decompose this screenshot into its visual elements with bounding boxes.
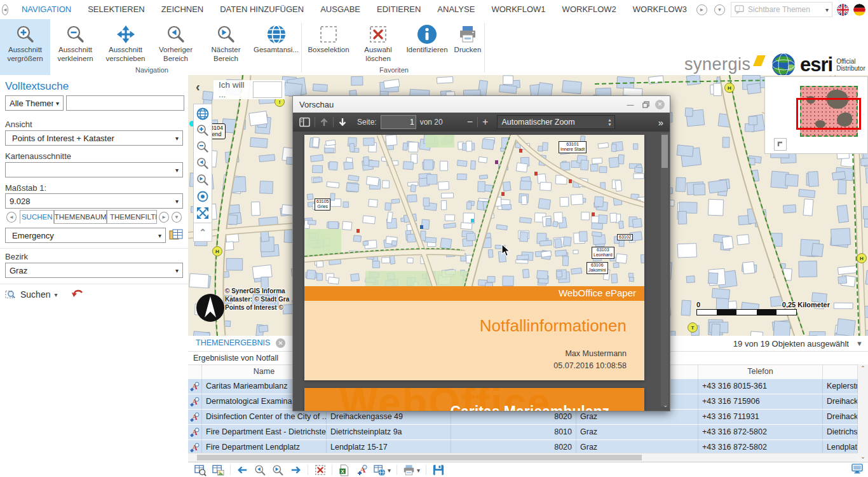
column-telefon[interactable]: Telefon <box>698 365 823 379</box>
save-results-icon[interactable] <box>432 464 444 476</box>
previous-extent-icon[interactable] <box>195 156 210 171</box>
next-extent-button[interactable]: Nächster Bereich <box>201 19 251 65</box>
menu-analyse[interactable]: ANALYSE <box>429 0 483 19</box>
zoom-out-button[interactable]: Ausschnitt verkleinern <box>50 19 100 65</box>
expand-extent-icon[interactable] <box>195 205 210 221</box>
extent-rectangle[interactable] <box>796 98 861 130</box>
print-button[interactable]: Drucken <box>451 19 484 65</box>
next-extent-icon[interactable] <box>195 172 210 188</box>
menu-scroll-right-icon[interactable]: ► <box>696 4 707 15</box>
sidebar-collapse-icon[interactable]: ‹ <box>196 81 200 92</box>
menu-selektieren[interactable]: SELEKTIEREN <box>79 0 153 19</box>
identify-icon <box>416 24 438 45</box>
theme-scope-select[interactable]: Alle Themen▾ <box>5 95 64 111</box>
page-up-icon[interactable] <box>320 118 329 127</box>
pan-button[interactable]: Ausschnitt verschieben <box>100 19 151 65</box>
last-result-icon[interactable] <box>290 464 302 476</box>
visible-themes-select[interactable]: i Sichtbare Themen ▾ <box>731 2 832 17</box>
minimize-icon[interactable]: — <box>625 99 636 109</box>
excel-export-icon[interactable]: X <box>338 464 350 476</box>
tabs-scroll-left-icon[interactable]: ◄ <box>6 212 17 223</box>
close-results-icon[interactable]: ✕ <box>276 338 285 348</box>
chevron-down-icon[interactable]: ▼ <box>856 340 863 347</box>
tabs-more-icon[interactable]: ▼ <box>172 212 182 223</box>
table-row[interactable]: A Fire Department East - Dietrichstei...… <box>188 425 858 440</box>
massstab-select[interactable]: 9.028▾ <box>5 193 183 209</box>
next-result-icon[interactable] <box>272 464 284 476</box>
print-results-button[interactable]: ▾ <box>403 464 420 476</box>
menu-workflow3[interactable]: WORKFLOW3 <box>625 0 695 19</box>
pdf-export-icon[interactable]: A <box>356 464 368 476</box>
table-export-image-icon[interactable] <box>212 464 224 476</box>
search-theme-select[interactable]: Emergency▾ <box>5 228 166 243</box>
ribbon-separator <box>301 23 302 73</box>
zoom-in-page-icon[interactable]: + <box>482 116 488 128</box>
tabs-scroll-right-icon[interactable]: ► <box>159 212 169 223</box>
menu-navigation[interactable]: NAVIGATION <box>13 0 79 19</box>
center-map-icon[interactable] <box>195 189 210 204</box>
ich-will-input[interactable] <box>253 81 282 98</box>
dialog-titlebar[interactable]: Vorschau — ✕ <box>293 96 670 113</box>
scroll-down-icon[interactable]: ⌄ <box>860 454 865 460</box>
bezirk-select[interactable]: Graz▾ <box>5 263 183 278</box>
scrollbar-thumb[interactable] <box>661 135 668 168</box>
page-down-icon[interactable] <box>338 118 347 127</box>
menu-daten-hinzufuegen[interactable]: DATEN HINZUFÜGEN <box>212 0 312 19</box>
menu-expand-icon[interactable]: ▼ <box>714 4 725 15</box>
georss-export-button[interactable]: ▾ <box>374 464 391 476</box>
zoom-out-icon[interactable] <box>195 139 210 155</box>
toolbar-collapse-icon[interactable]: ⌃ <box>193 223 212 242</box>
tab-themenergebnis[interactable]: THEMENERGEBNIS <box>196 338 270 347</box>
result-locate-icon[interactable]: A <box>188 379 202 394</box>
clear-selection-button[interactable]: Auswahl löschen <box>353 19 403 65</box>
zoom-out-page-icon[interactable]: − <box>467 116 473 128</box>
flag-uk-icon[interactable] <box>837 4 849 16</box>
box-selection-button[interactable]: Boxselektion <box>304 19 353 65</box>
ansicht-select[interactable]: Points of Interest + Kataster▾ <box>5 130 183 146</box>
tab-themenfilter[interactable]: THEMENFILTER <box>107 210 157 224</box>
close-icon[interactable]: ✕ <box>655 100 665 109</box>
identify-button[interactable]: Identifizieren <box>403 19 451 65</box>
previous-extent-button[interactable]: Vorheriger Bereich <box>151 19 201 65</box>
menu-scroll-left-icon[interactable]: ◄ <box>2 4 8 15</box>
session-monitor-icon[interactable] <box>851 464 863 474</box>
restore-icon[interactable] <box>640 99 651 109</box>
flag-germany-icon[interactable] <box>853 4 865 16</box>
suchen-button[interactable]: Suchen ▾ <box>5 289 58 300</box>
clear-result-selection-icon[interactable] <box>314 464 326 476</box>
table-row[interactable]: A Disinfection Center of the City of ...… <box>188 410 858 425</box>
horizontal-scrollbar[interactable] <box>188 453 858 462</box>
fulltext-search-input[interactable] <box>66 95 184 111</box>
zoom-mode-select[interactable]: Automatischer Zoom ▴▾ <box>497 115 615 129</box>
district-label: 63102 <box>617 234 633 240</box>
table-search-icon[interactable] <box>194 464 207 476</box>
scrollbar-thumb[interactable] <box>197 455 642 460</box>
sidebar-toggle-icon[interactable] <box>299 117 310 127</box>
zoom-in-icon[interactable] <box>195 123 210 138</box>
tab-suchen[interactable]: SUCHEN <box>20 210 54 224</box>
zoom-in-button[interactable]: Ausschnitt vergrößern <box>0 19 50 75</box>
vertical-scrollbar[interactable]: ⌃ ⌄ <box>858 364 868 461</box>
overview-collapse-icon[interactable] <box>774 138 787 151</box>
result-locate-icon[interactable]: A <box>188 410 202 424</box>
preview-content[interactable]: 63101Innere Stadt 63105Gries 63102 63103… <box>293 132 670 411</box>
result-locate-icon[interactable]: A <box>188 394 202 409</box>
reset-icon[interactable] <box>71 289 84 300</box>
result-locate-icon[interactable]: A <box>188 425 202 439</box>
first-result-icon[interactable] <box>236 464 248 476</box>
menu-workflow1[interactable]: WORKFLOW1 <box>483 0 553 19</box>
page-number-input[interactable] <box>381 115 416 129</box>
tab-themenbaum[interactable]: THEMENBAUM <box>54 210 106 224</box>
preview-scrollbar[interactable] <box>661 133 668 406</box>
menu-zeichnen[interactable]: ZEICHNEN <box>153 0 212 19</box>
previous-result-icon[interactable] <box>254 464 266 476</box>
menu-editieren[interactable]: EDITIEREN <box>369 0 429 19</box>
kartenausschnitte-select[interactable]: ▾ <box>5 162 183 177</box>
full-extent-button[interactable]: Gesamtansi... <box>251 19 301 65</box>
menu-ausgabe[interactable]: AUSGABE <box>312 0 369 19</box>
full-extent-icon[interactable] <box>195 106 210 121</box>
more-tools-icon[interactable]: » <box>658 117 662 128</box>
form-table-icon[interactable] <box>169 229 183 242</box>
menu-workflow2[interactable]: WORKFLOW2 <box>554 0 625 19</box>
scroll-up-icon[interactable]: ⌃ <box>860 366 865 371</box>
